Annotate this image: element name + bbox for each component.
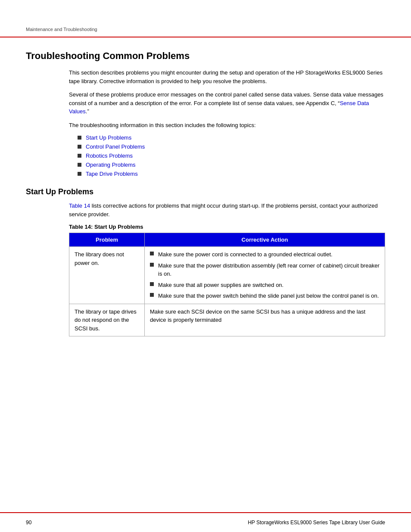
corrective-item: Make sure that the power switch behind t… bbox=[150, 292, 380, 300]
corrective-cell-2: Make sure each SCSI device on the same S… bbox=[145, 304, 385, 336]
bullet-icon bbox=[78, 172, 81, 176]
footer-document-title: HP StorageWorks ESL9000 Series Tape Libr… bbox=[248, 520, 385, 526]
problem-cell-2: The library or tape drives do not respon… bbox=[69, 304, 145, 336]
intro-paragraph-2: Several of these problems produce error … bbox=[69, 90, 385, 116]
corrective-text: Make sure that all power supplies are sw… bbox=[158, 281, 283, 289]
list-item: Operating Problems bbox=[78, 162, 385, 168]
main-content: Troubleshooting Common Problems This sec… bbox=[0, 37, 411, 354]
topic-link-operating[interactable]: Operating Problems bbox=[86, 162, 136, 168]
subsection-title: Start Up Problems bbox=[26, 187, 385, 196]
bullet-icon bbox=[150, 282, 154, 286]
intro-paragraph-3: The troubleshooting information in this … bbox=[69, 121, 385, 130]
col-header-problem: Problem bbox=[69, 233, 145, 247]
list-item: Tape Drive Problems bbox=[78, 171, 385, 177]
bullet-icon bbox=[78, 145, 81, 149]
footer-page-number: 90 bbox=[26, 520, 31, 526]
topic-link-startup[interactable]: Start Up Problems bbox=[86, 134, 131, 141]
table-intro-text: Table 14 lists corrective actions for pr… bbox=[69, 202, 385, 218]
page-footer: 90 HP StorageWorks ESL9000 Series Tape L… bbox=[0, 512, 411, 532]
bullet-icon bbox=[150, 263, 154, 267]
corrective-text: Make sure the power cord is connected to… bbox=[158, 250, 333, 259]
page-header: Maintenance and Troubleshooting bbox=[0, 0, 411, 37]
intro-paragraph-1: This section describes problems you migh… bbox=[69, 68, 385, 85]
table-row: The library or tape drives do not respon… bbox=[69, 304, 385, 336]
topics-list: Start Up Problems Control Panel Problems… bbox=[78, 134, 385, 177]
corrective-item: Make sure that the power distribution as… bbox=[150, 261, 380, 278]
list-item: Robotics Problems bbox=[78, 152, 385, 159]
corrective-item: Make sure the power cord is connected to… bbox=[150, 250, 380, 259]
breadcrumb: Maintenance and Troubleshooting bbox=[26, 27, 97, 32]
table-14-link[interactable]: Table 14 bbox=[69, 202, 90, 209]
table-caption: Table 14: Start Up Problems bbox=[69, 224, 385, 230]
problem-cell-1: The library does not power on. bbox=[69, 247, 145, 304]
bullet-icon bbox=[78, 163, 81, 167]
topic-link-control-panel[interactable]: Control Panel Problems bbox=[86, 143, 145, 150]
bullet-icon bbox=[150, 252, 154, 255]
list-item: Control Panel Problems bbox=[78, 143, 385, 150]
bullet-icon bbox=[78, 136, 81, 140]
page-container: Maintenance and Troubleshooting Troubles… bbox=[0, 0, 411, 532]
table-container: Table 14: Start Up Problems Problem Corr… bbox=[69, 224, 385, 336]
table-row: The library does not power on. Make sure… bbox=[69, 247, 385, 304]
corrective-text: Make sure that the power distribution as… bbox=[158, 261, 380, 278]
corrective-text: Make sure that the power switch behind t… bbox=[158, 292, 379, 300]
corrective-item: Make sure that all power supplies are sw… bbox=[150, 281, 380, 289]
sense-data-values-link[interactable]: Sense Data Values bbox=[69, 100, 369, 115]
bullet-icon bbox=[150, 293, 154, 297]
problems-table: Problem Corrective Action The library do… bbox=[69, 233, 385, 336]
topic-link-robotics[interactable]: Robotics Problems bbox=[86, 152, 133, 159]
bullet-icon bbox=[78, 154, 81, 158]
list-item: Start Up Problems bbox=[78, 134, 385, 141]
table-intro-rest: lists corrective actions for problems th… bbox=[69, 202, 378, 218]
corrective-cell-1: Make sure the power cord is connected to… bbox=[145, 247, 385, 304]
table-header-row: Problem Corrective Action bbox=[69, 233, 385, 247]
section-title: Troubleshooting Common Problems bbox=[26, 50, 385, 62]
col-header-corrective: Corrective Action bbox=[145, 233, 385, 247]
topic-link-tape-drive[interactable]: Tape Drive Problems bbox=[86, 171, 138, 177]
